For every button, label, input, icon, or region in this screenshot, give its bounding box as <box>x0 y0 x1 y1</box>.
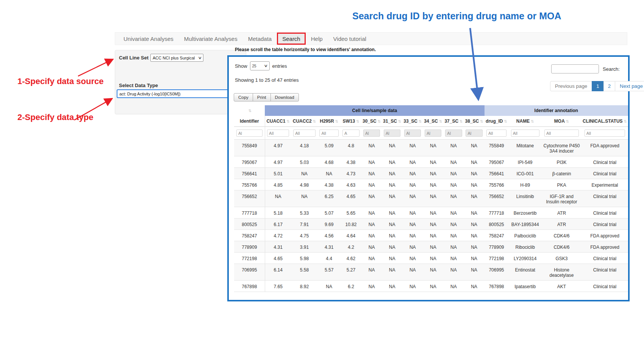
column-header-clinical-status[interactable]: CLINICAL.STATUS⇅ <box>581 116 628 127</box>
sort-icon[interactable]: ⇅ <box>286 119 289 123</box>
cell: Clinical trial <box>581 253 628 264</box>
page-button-2[interactable]: 2 <box>603 81 615 91</box>
cell: 4.56 <box>317 230 341 241</box>
data-type-select[interactable]: act: Drug Activity (-log10[IC50M]) ∨ <box>117 89 245 98</box>
pagination: Previous page 12 Next page <box>550 81 644 91</box>
cell: 4.73 <box>341 168 361 179</box>
cell: Clinical trial <box>581 218 628 230</box>
filter-input-name[interactable] <box>511 130 539 137</box>
column-header-33-sc[interactable]: 33_SC⇅ <box>402 116 423 127</box>
cell: NA <box>361 190 382 207</box>
previous-page-button[interactable]: Previous page <box>550 81 592 91</box>
cell: Linsitinib <box>508 190 542 207</box>
download-button[interactable]: Download <box>270 93 299 101</box>
filter-input-drug-id[interactable] <box>486 130 506 137</box>
sort-icon[interactable]: ⇅ <box>531 119 534 123</box>
filter-input-h295r[interactable] <box>319 130 338 137</box>
sort-icon[interactable]: ⇅ <box>378 119 381 123</box>
sort-icon[interactable]: ⇅ <box>356 119 359 123</box>
sort-icon[interactable]: ⇅ <box>335 119 338 123</box>
column-header-identifier[interactable]: Identifier <box>234 116 265 127</box>
cell-line-set-select[interactable]: ACC NCI plus Surgical ∨ <box>150 54 203 62</box>
cell: Clinical trial <box>581 264 628 281</box>
filter-input-cuacc2[interactable] <box>293 130 315 137</box>
show-label: Show <box>235 63 247 69</box>
cell: 7.65 <box>265 281 291 292</box>
nav-tab-help[interactable]: Help <box>306 33 328 45</box>
filter-cell <box>443 127 464 140</box>
nav-tab-univariate-analyses[interactable]: Univariate Analyses <box>118 33 179 45</box>
filter-cell <box>464 127 484 140</box>
cell: NA <box>402 264 423 281</box>
annotation-step2: 2-Specify data type <box>17 112 94 122</box>
nav-tab-metadata[interactable]: Metadata <box>243 33 277 45</box>
column-header-38-sc[interactable]: 38_SC⇅ <box>464 116 484 127</box>
column-header-37-sc[interactable]: 37_SC⇅ <box>443 116 464 127</box>
cell: NA <box>265 190 291 207</box>
search-input[interactable] <box>551 64 599 73</box>
sort-icon[interactable]: ⇅ <box>566 119 569 123</box>
sort-icon[interactable]: ⇅ <box>313 119 316 123</box>
page: Search drug ID by entering drug name or … <box>0 0 644 362</box>
cell: 4.64 <box>341 230 361 241</box>
nav-tab-search[interactable]: Search <box>277 33 306 45</box>
sort-icon[interactable]: ⇅ <box>249 109 252 113</box>
cell: NA <box>443 281 464 292</box>
column-header-moa[interactable]: MOA⇅ <box>542 116 581 127</box>
filter-input-identifier[interactable] <box>236 130 263 137</box>
page-button-1[interactable]: 1 <box>592 81 603 91</box>
column-header-cuacc1[interactable]: CUACC1⇅ <box>265 116 291 127</box>
cell: NA <box>423 281 443 292</box>
cell: NA <box>423 253 443 264</box>
cell: 755849 <box>485 140 509 156</box>
cell: GSK3 <box>542 253 581 264</box>
page-length-select[interactable]: 25 ∨ <box>250 61 270 70</box>
cell: 4.4 <box>317 253 341 264</box>
filter-cell <box>581 127 628 140</box>
sort-icon[interactable]: ⇅ <box>624 119 627 123</box>
cell: 758247 <box>234 230 265 241</box>
column-header-sw13[interactable]: SW13⇅ <box>341 116 361 127</box>
column-header-30-sc[interactable]: 30_SC⇅ <box>361 116 382 127</box>
cell: 6.14 <box>265 264 291 281</box>
next-page-button[interactable]: Next page <box>615 81 644 91</box>
copy-button[interactable]: Copy <box>234 93 253 101</box>
cell: NA <box>464 253 484 264</box>
cell: NA <box>423 241 443 253</box>
cell: FDA approved <box>581 230 628 241</box>
filter-input-moa[interactable] <box>544 130 579 137</box>
cell: 7.91 <box>291 218 318 230</box>
column-header-31-sc[interactable]: 31_SC⇅ <box>382 116 402 127</box>
sort-icon[interactable]: ⇅ <box>460 119 463 123</box>
cell: 756652 <box>234 190 265 207</box>
nav-tab-multivariate-analyses[interactable]: Multivariate Analyses <box>179 33 243 45</box>
cell: Experimental <box>581 179 628 190</box>
column-header-cuacc2[interactable]: CUACC2⇅ <box>291 116 318 127</box>
table-row: 7678987.658.92NA6.2NANANANANANA767898Ipa… <box>234 281 628 292</box>
cell: 795067 <box>234 156 265 168</box>
sort-icon[interactable]: ⇅ <box>504 119 507 123</box>
cell: NA <box>402 179 423 190</box>
cell: NA <box>382 140 402 156</box>
filter-input-sw13[interactable] <box>342 130 360 137</box>
column-header-name[interactable]: NAME⇅ <box>508 116 542 127</box>
filter-cell <box>341 127 361 140</box>
nav-tab-video-tutorial[interactable]: Video tutorial <box>328 33 372 45</box>
cell: ICG-001 <box>508 168 542 179</box>
column-header-drug-id[interactable]: drug_ID⇅ <box>485 116 509 127</box>
cell: 706995 <box>234 264 265 281</box>
filter-input-cuacc1[interactable] <box>267 130 289 137</box>
filter-input-30-sc <box>363 130 380 137</box>
print-button[interactable]: Print <box>253 93 271 101</box>
sort-icon[interactable]: ⇅ <box>398 119 401 123</box>
cell: NA <box>443 207 464 218</box>
filter-input-clinical-status[interactable] <box>585 130 625 137</box>
column-header-h295r[interactable]: H295R⇅ <box>317 116 341 127</box>
cell: 4.31 <box>265 241 291 253</box>
cell: NA <box>464 156 484 168</box>
sort-icon[interactable]: ⇅ <box>419 119 422 123</box>
filter-cell <box>265 127 291 140</box>
sort-icon[interactable]: ⇅ <box>480 119 483 123</box>
column-header-34-sc[interactable]: 34_SC⇅ <box>423 116 443 127</box>
sort-icon[interactable]: ⇅ <box>439 119 442 123</box>
